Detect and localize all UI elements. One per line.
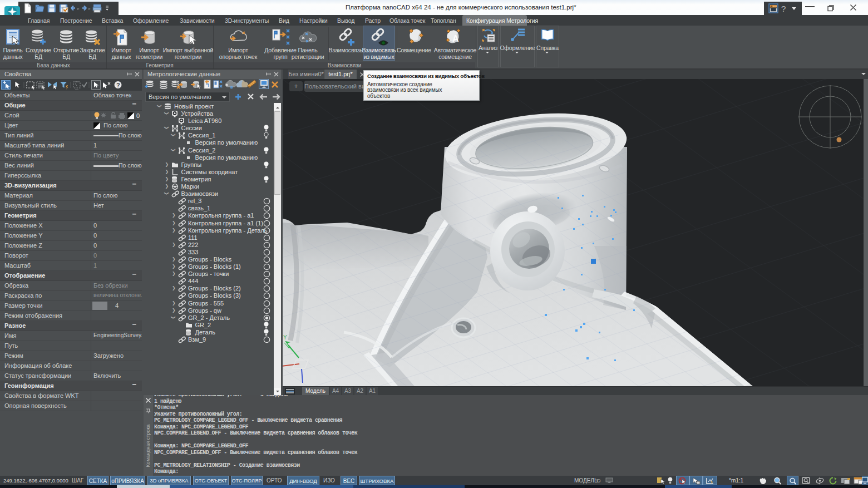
- svg-text:Y: Y: [283, 334, 287, 341]
- svg-text:A: A: [452, 34, 459, 43]
- svg-text:?: ?: [116, 82, 120, 88]
- svg-text:?: ?: [781, 4, 786, 13]
- svg-text:0: 0: [136, 112, 140, 119]
